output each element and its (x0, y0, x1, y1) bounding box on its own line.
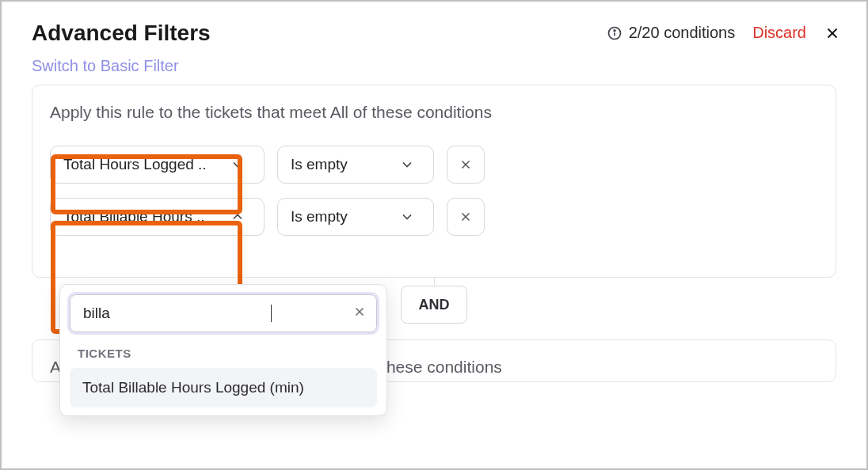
info-icon (607, 25, 622, 41)
field-dropdown[interactable]: Total Hours Logged .. (50, 146, 265, 184)
chevron-down-icon (392, 157, 422, 172)
dropdown-option[interactable]: Total Billable Hours Logged (min) (70, 368, 377, 407)
connector-button[interactable]: AND (401, 286, 467, 324)
discard-button[interactable]: Discard (752, 24, 806, 42)
condition-row: Total Hours Logged .. Is empty (50, 146, 818, 184)
operator-dropdown[interactable]: Is empty (277, 198, 434, 236)
all-conditions-card: Apply this rule to the tickets that meet… (32, 85, 836, 278)
advanced-filters-panel: Advanced Filters 2/20 conditions Discard… (0, 0, 868, 470)
condition-counter: 2/20 conditions (607, 24, 736, 42)
svg-point-2 (614, 29, 615, 31)
panel-title: Advanced Filters (32, 21, 211, 46)
field-label: Total Hours Logged .. (63, 156, 207, 173)
operator-label: Is empty (291, 208, 348, 226)
header-actions: 2/20 conditions Discard (607, 24, 841, 42)
close-button[interactable] (824, 25, 841, 42)
switch-to-basic-link[interactable]: Switch to Basic Filter (32, 57, 179, 75)
panel-header: Advanced Filters 2/20 conditions Discard (2, 2, 866, 52)
chevron-up-icon (223, 209, 253, 225)
text-caret (271, 305, 272, 322)
remove-condition-button[interactable] (447, 198, 485, 236)
chevron-down-icon (223, 157, 253, 172)
clear-search-icon[interactable] (352, 305, 367, 322)
field-label: Total Billable Hours .. (63, 208, 204, 226)
dropdown-search-input[interactable] (82, 304, 272, 323)
condition-row: Total Billable Hours .. Is empty (50, 198, 818, 236)
dropdown-search[interactable] (70, 294, 377, 332)
chevron-down-icon (392, 209, 422, 225)
field-dropdown-popover: TICKETS Total Billable Hours Logged (min… (59, 284, 387, 416)
dropdown-section-header: TICKETS (67, 343, 380, 368)
condition-count-text: 2/20 conditions (629, 24, 736, 42)
field-dropdown[interactable]: Total Billable Hours .. (50, 198, 265, 236)
remove-condition-button[interactable] (447, 146, 485, 184)
all-conditions-heading: Apply this rule to the tickets that meet… (50, 103, 818, 122)
operator-dropdown[interactable]: Is empty (277, 146, 434, 184)
operator-label: Is empty (291, 156, 348, 173)
